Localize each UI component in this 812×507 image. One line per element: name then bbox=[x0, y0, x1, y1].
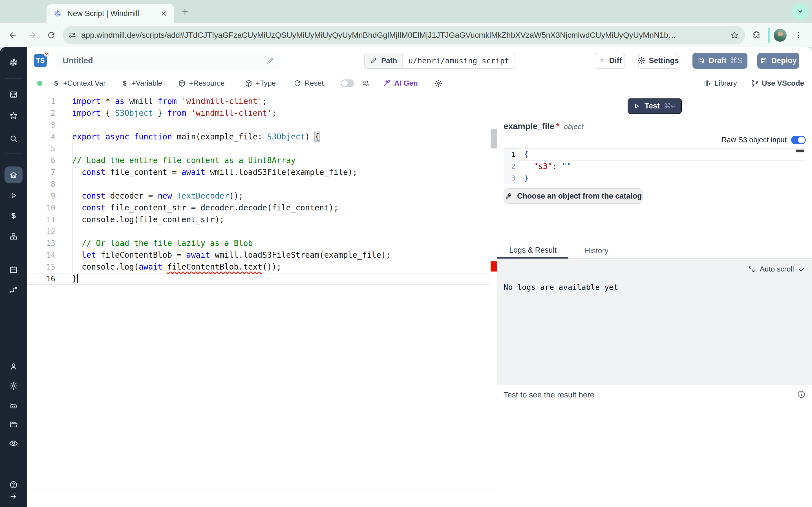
settings-button[interactable]: Settings bbox=[638, 53, 678, 69]
code-line[interactable]: 9 const decoder = new TextDecoder(); bbox=[27, 190, 490, 202]
test-shortcut: ⌘↵ bbox=[664, 102, 677, 110]
back-button[interactable] bbox=[5, 27, 21, 43]
save-icon bbox=[760, 57, 768, 64]
tab-history[interactable]: History bbox=[568, 243, 625, 258]
code-line[interactable]: 5 bbox=[27, 143, 490, 155]
code-line[interactable]: 12 bbox=[27, 226, 490, 237]
windmill-logo[interactable] bbox=[7, 56, 20, 69]
bookmark-star-icon[interactable] bbox=[730, 31, 739, 40]
indent-guide bbox=[72, 143, 73, 273]
sidebar-item-variables[interactable] bbox=[7, 210, 20, 222]
add-type-button[interactable]: +Type bbox=[245, 79, 276, 88]
add-variable-button[interactable]: +Variable bbox=[120, 79, 162, 88]
code-line[interactable]: 14 let fileContentBlob = await wmill.loa… bbox=[27, 249, 490, 261]
app-sidebar bbox=[0, 47, 27, 507]
script-title-input[interactable]: Untitled bbox=[57, 52, 280, 69]
code-line[interactable]: 3} bbox=[504, 172, 806, 184]
code-line[interactable]: 3 bbox=[27, 119, 490, 131]
site-settings-icon[interactable] bbox=[68, 31, 77, 40]
test-button[interactable]: Test ⌘↵ bbox=[627, 98, 682, 114]
code-line[interactable]: 7 const file_content = await wmill.loadS… bbox=[27, 166, 490, 178]
sidebar-item-favorites[interactable] bbox=[7, 110, 20, 122]
path-value: u/henri/amusing_script bbox=[403, 53, 515, 68]
code-line[interactable]: 1import * as wmill from 'windmill-client… bbox=[27, 96, 490, 107]
sidebar-item-workers[interactable] bbox=[7, 399, 20, 412]
line-number: 12 bbox=[27, 226, 55, 237]
choose-object-button[interactable]: Choose an object from the catalog bbox=[504, 188, 643, 204]
sidebar-item-help[interactable] bbox=[8, 479, 19, 490]
reset-button[interactable]: Reset bbox=[293, 79, 324, 88]
code-lines[interactable]: 1import * as wmill from 'windmill-client… bbox=[27, 96, 490, 285]
line-number: 1 bbox=[504, 149, 519, 161]
sidebar-item-search[interactable] bbox=[7, 132, 20, 145]
check-icon[interactable] bbox=[798, 265, 806, 273]
browser-tab[interactable]: New Script | Windmill bbox=[47, 4, 174, 23]
code-line[interactable]: 16} bbox=[27, 273, 490, 285]
code-line[interactable]: 2 "s3": "" bbox=[504, 161, 806, 172]
sidebar-item-resources[interactable] bbox=[7, 230, 20, 242]
code-line[interactable]: 4export async function main(example_file… bbox=[27, 131, 490, 143]
sidebar-item-apps[interactable] bbox=[7, 89, 20, 101]
tab-logs-result[interactable]: Logs & Result bbox=[497, 243, 568, 259]
ai-gen-button[interactable]: AI Gen bbox=[382, 79, 418, 88]
code-line[interactable]: 10 const file_content_str = decoder.deco… bbox=[27, 202, 490, 214]
forward-button[interactable] bbox=[24, 27, 40, 43]
sidebar-expand-icon[interactable] bbox=[8, 491, 19, 502]
diff-button[interactable]: Diff bbox=[595, 53, 625, 69]
line-number: 2 bbox=[27, 107, 55, 119]
ai-gen-label: AI Gen bbox=[394, 79, 418, 88]
result-tabs: Logs & Result History bbox=[497, 243, 812, 259]
add-resource-button[interactable]: +Resource bbox=[177, 79, 224, 88]
sidebar-item-schedules[interactable] bbox=[7, 263, 20, 276]
code-line[interactable]: 6// Load the entire file_content as a Ui… bbox=[27, 155, 490, 166]
chrome-menu-icon[interactable] bbox=[791, 27, 806, 43]
extensions-icon[interactable] bbox=[749, 27, 764, 43]
emoji-badge-icon bbox=[43, 50, 50, 57]
line-number: 3 bbox=[504, 172, 519, 184]
info-icon[interactable] bbox=[797, 390, 806, 399]
tab-search-button[interactable] bbox=[792, 4, 808, 19]
arg-type: object bbox=[564, 122, 583, 131]
sidebar-item-runs[interactable] bbox=[7, 189, 20, 202]
new-tab-button[interactable] bbox=[181, 7, 190, 16]
code-line[interactable]: 8 bbox=[27, 178, 490, 190]
preview-panel: Test ⌘↵ example_file * object Raw S3 obj… bbox=[497, 93, 812, 507]
code-line[interactable]: 15 console.log(await fileContentBlob.tex… bbox=[27, 261, 490, 273]
code-line[interactable]: 13 // Or load the file lazily as a Blob bbox=[27, 237, 490, 249]
edit-title-pencil-icon[interactable] bbox=[266, 56, 274, 65]
code-line[interactable]: 1{ bbox=[504, 149, 806, 161]
json-code-lines[interactable]: 1{2 "s3": ""3} bbox=[504, 149, 806, 184]
deploy-button[interactable]: Deploy bbox=[757, 53, 799, 69]
tab-close-icon[interactable] bbox=[160, 10, 168, 17]
collab-toggle[interactable] bbox=[341, 79, 354, 87]
json-arg-editor[interactable]: 1{2 "s3": ""3} bbox=[504, 148, 806, 184]
tab-history-label: History bbox=[585, 246, 608, 255]
draft-button[interactable]: Draft ⌘S bbox=[693, 53, 748, 69]
path-field[interactable]: Path u/henri/amusing_script bbox=[364, 53, 515, 69]
sidebar-item-folders[interactable] bbox=[7, 418, 20, 431]
sidebar-item-settings[interactable] bbox=[7, 380, 20, 392]
code-line[interactable]: 11 console.log(file_content_str); bbox=[27, 214, 490, 226]
code-line[interactable]: 2import { S3Object } from 'windmill-clie… bbox=[27, 107, 490, 119]
draft-shortcut: ⌘S bbox=[730, 56, 743, 65]
raw-s3-toggle[interactable] bbox=[791, 136, 806, 144]
json-minimap-sliver bbox=[796, 150, 804, 152]
auto-scroll-control[interactable]: Auto scroll bbox=[748, 265, 806, 274]
multiplayer-icon[interactable] bbox=[361, 79, 370, 88]
add-resource-label: +Resource bbox=[189, 79, 224, 88]
address-bar[interactable]: app.windmill.dev/scripts/add#JTdCJTIyaGF… bbox=[63, 26, 745, 44]
expand-icon[interactable] bbox=[748, 265, 756, 274]
sidebar-item-users[interactable] bbox=[7, 360, 20, 373]
url-text[interactable]: app.windmill.dev/scripts/add#JTdCJTIyaGF… bbox=[81, 31, 725, 40]
profile-avatar[interactable] bbox=[774, 29, 786, 42]
library-button[interactable]: Library bbox=[703, 79, 737, 88]
sidebar-item-routes[interactable] bbox=[7, 283, 20, 296]
code-editor[interactable]: 1import * as wmill from 'windmill-client… bbox=[27, 93, 497, 507]
editor-settings-gear-icon[interactable] bbox=[434, 79, 443, 88]
sidebar-item-home[interactable] bbox=[4, 166, 22, 183]
reload-button[interactable] bbox=[43, 27, 59, 43]
add-context-var-button[interactable]: +Context Var bbox=[52, 79, 106, 88]
use-vscode-button[interactable]: Use VScode bbox=[751, 79, 804, 88]
editor-scrollbar-thumb[interactable] bbox=[491, 129, 497, 149]
sidebar-item-audit-logs[interactable] bbox=[7, 437, 20, 450]
